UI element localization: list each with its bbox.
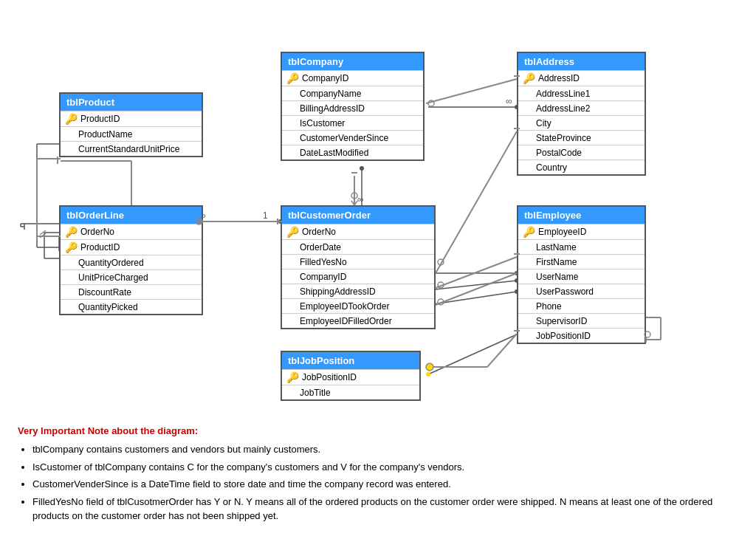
table-row: CurrentStandardUnitPrice <box>61 141 202 156</box>
svg-line-51 <box>426 79 517 103</box>
table-tblJobPosition: tblJobPosition 🔑 JobPositionID JobTitle <box>281 351 421 401</box>
svg-point-61 <box>438 299 444 305</box>
svg-line-54 <box>436 131 517 273</box>
table-row: Phone <box>518 298 645 313</box>
table-row: Country <box>518 159 645 174</box>
table-row: UserName <box>518 269 645 284</box>
notes-list: tblCompany contains customers and vendor… <box>18 442 738 523</box>
table-header-tblOrderLine: tblOrderLine <box>61 207 202 224</box>
svg-line-39 <box>40 233 46 238</box>
table-row: AddressLine1 <box>518 86 645 100</box>
table-row: JobPositionID <box>518 328 645 343</box>
table-row: EmployeeIDTookOrder <box>282 298 434 313</box>
field-name: JobTitle <box>300 388 331 398</box>
table-row: 🔑 ProductID <box>61 239 202 255</box>
table-header-tblProduct: tblProduct <box>61 94 202 111</box>
table-row: EmployeeIDFilledOrder <box>282 313 434 328</box>
table-row: 🔑 CompanyID <box>282 70 423 86</box>
field-name: QuantityOrdered <box>78 258 144 268</box>
field-name: EmployeeIDFilledOrder <box>300 316 392 326</box>
table-tblAddress: tblAddress 🔑 AddressID AddressLine1 Addr… <box>517 52 646 176</box>
field-name: QuantityPicked <box>78 302 138 312</box>
field-name: LastName <box>536 242 577 253</box>
table-row: LastName <box>518 239 645 254</box>
field-name: Country <box>536 162 567 173</box>
field-name: OrderDate <box>300 242 341 253</box>
list-item: IsCustomer of tblCompany contains C for … <box>32 460 738 475</box>
table-row: SupervisorID <box>518 313 645 328</box>
table-tblProduct: tblProduct 🔑 ProductID ProductName Curre… <box>59 92 203 157</box>
field-name: AddressLine2 <box>536 103 590 114</box>
field-name: OrderNo <box>80 227 114 237</box>
field-name: DateLastModified <box>300 148 368 158</box>
svg-point-13 <box>360 166 364 171</box>
field-name: CustomerVenderSince <box>300 133 388 143</box>
table-header-tblCompany: tblCompany <box>282 53 423 70</box>
field-name: AddressLine1 <box>536 89 590 99</box>
field-name: ProductID <box>80 114 120 124</box>
field-name: ShippingAddressID <box>300 286 376 297</box>
svg-line-24 <box>428 334 517 374</box>
field-name: UserName <box>536 272 578 282</box>
table-tblOrderLine: tblOrderLine 🔑 OrderNo 🔑 ProductID Quant… <box>59 205 203 315</box>
notes-title: Very Important Note about the diagram: <box>18 425 738 436</box>
table-row: 🔑 OrderNo <box>282 224 434 239</box>
table-row: 🔑 ProductID <box>61 111 202 126</box>
table-row: CompanyName <box>282 86 423 100</box>
table-row: FilledYesNo <box>282 254 434 269</box>
table-header-tblAddress: tblAddress <box>518 53 645 70</box>
table-row: 🔑 OrderNo <box>61 224 202 239</box>
field-name: ProductID <box>80 242 120 253</box>
table-row: 🔑 JobPositionID <box>282 369 419 385</box>
table-row: CompanyID <box>282 269 434 284</box>
table-row: OrderDate <box>282 239 434 254</box>
field-name: Phone <box>536 301 562 312</box>
field-name: ProductName <box>78 129 132 140</box>
table-header-tblCustomerOrder: tblCustomerOrder <box>282 207 434 224</box>
field-name: AddressID <box>538 73 580 83</box>
table-tblCustomerOrder: tblCustomerOrder 🔑 OrderNo OrderDate Fil… <box>281 205 436 329</box>
table-row: AddressLine2 <box>518 100 645 115</box>
list-item: CustomerVenderSince is a DateTime field … <box>32 477 738 492</box>
svg-point-58 <box>438 282 444 288</box>
field-name: PostalCode <box>536 148 582 158</box>
table-header-tblEmployee: tblEmployee <box>518 207 645 224</box>
table-row: PostalCode <box>518 145 645 159</box>
field-name: UnitPriceCharged <box>78 272 148 283</box>
svg-point-55 <box>438 259 444 265</box>
pk-icon: 🔑 <box>523 72 535 84</box>
table-row: FirstName <box>518 254 645 269</box>
field-name: CompanyID <box>302 73 348 83</box>
table-row: ProductName <box>61 126 202 141</box>
field-name: IsCustomer <box>300 118 345 128</box>
notes-area: Very Important Note about the diagram: t… <box>0 413 756 538</box>
field-name: JobPositionID <box>302 372 357 382</box>
svg-line-60 <box>436 273 517 305</box>
field-name: SupervisorID <box>536 316 587 326</box>
field-name: StateProvince <box>536 133 591 143</box>
field-name: CompanyID <box>300 272 346 282</box>
table-row: StateProvince <box>518 130 645 145</box>
table-tblCompany: tblCompany 🔑 CompanyID CompanyName Billi… <box>281 52 425 161</box>
svg-text:1: 1 <box>263 210 268 221</box>
table-row: JobTitle <box>282 385 419 399</box>
table-header-tblJobPosition: tblJobPosition <box>282 352 419 369</box>
list-item: tblCompany contains customers and vendor… <box>32 442 738 457</box>
pk-icon: 🔑 <box>286 72 299 84</box>
pk-icon: 🔑 <box>523 226 535 238</box>
field-name: JobPositionID <box>536 331 591 341</box>
table-row: City <box>518 115 645 130</box>
table-row: DiscountRate <box>61 284 202 299</box>
field-name: EmployeeID <box>538 227 586 237</box>
svg-line-20 <box>428 281 517 290</box>
field-name: CurrentStandardUnitPrice <box>78 144 179 154</box>
table-row: CustomerVenderSince <box>282 130 423 145</box>
svg-line-62 <box>487 334 517 367</box>
pk-icon: 🔑 <box>65 113 78 125</box>
svg-point-50 <box>351 193 357 199</box>
table-row: UnitPriceCharged <box>61 269 202 284</box>
pk-icon: 🔑 <box>286 371 299 383</box>
table-row: IsCustomer <box>282 115 423 130</box>
svg-line-57 <box>436 257 517 288</box>
svg-point-53 <box>428 100 434 106</box>
